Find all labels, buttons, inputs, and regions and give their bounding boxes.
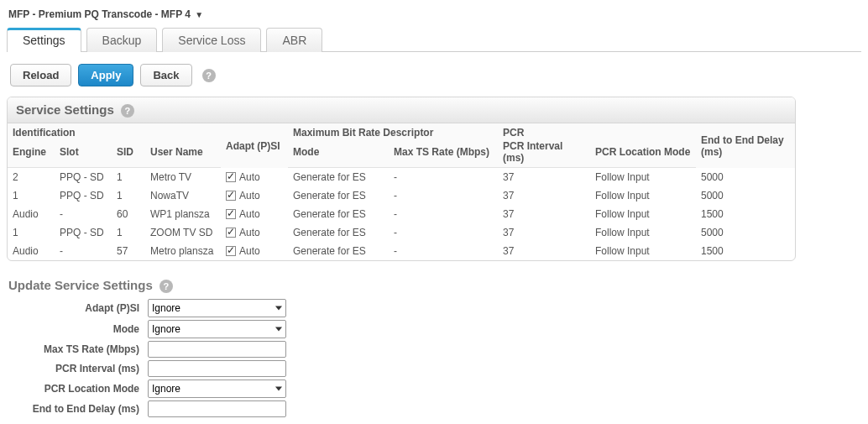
cell-pcr-loc-mode: Follow Input bbox=[590, 205, 696, 223]
cell-slot: PPQ - SD bbox=[55, 186, 112, 205]
th-identification: Identification bbox=[8, 123, 221, 140]
cell-engine: 2 bbox=[8, 168, 55, 187]
cell-max-ts-rate: - bbox=[389, 205, 498, 223]
update-title-text: Update Service Settings bbox=[8, 278, 153, 292]
th-max-ts-rate: Max TS Rate (Mbps) bbox=[389, 140, 498, 168]
auto-label: Auto bbox=[239, 208, 260, 220]
th-engine: Engine bbox=[8, 140, 55, 168]
th-slot: Slot bbox=[55, 140, 112, 168]
reload-button[interactable]: Reload bbox=[10, 64, 71, 86]
th-max-br-desc: Maximum Bit Rate Descriptor bbox=[288, 123, 498, 140]
help-icon[interactable]: ? bbox=[159, 280, 173, 293]
cell-sid: 1 bbox=[112, 168, 145, 187]
label-e2e-delay: End to End Delay (ms) bbox=[7, 403, 148, 415]
breadcrumb[interactable]: MFP - Premium PQ Transcode - MFP 4 ▼ bbox=[7, 5, 861, 27]
cell-mode: Generate for ES bbox=[288, 186, 389, 205]
th-pcr-interval: PCR Interval (ms) bbox=[498, 140, 590, 168]
breadcrumb-text: MFP - Premium PQ Transcode - MFP 4 bbox=[8, 8, 191, 20]
table-row[interactable]: 2PPQ - SD1Metro TVAutoGenerate for ES-37… bbox=[8, 168, 795, 187]
label-pcr-interval: PCR Interval (ms) bbox=[7, 363, 148, 374]
cell-adapt-psi: Auto bbox=[221, 242, 288, 260]
cell-adapt-psi: Auto bbox=[221, 168, 288, 187]
cell-sid: 1 bbox=[112, 186, 145, 205]
panel-title: Service Settings ? bbox=[8, 97, 795, 123]
cell-pcr-loc-mode: Follow Input bbox=[590, 186, 696, 205]
cell-e2e-delay: 5000 bbox=[696, 186, 795, 205]
cell-pcr-interval: 37 bbox=[498, 186, 590, 205]
cell-mode: Generate for ES bbox=[288, 223, 389, 242]
apply-button[interactable]: Apply bbox=[78, 64, 133, 86]
help-icon[interactable]: ? bbox=[121, 104, 134, 118]
input-pcr-interval[interactable] bbox=[148, 360, 286, 377]
auto-label: Auto bbox=[239, 227, 260, 238]
cell-max-ts-rate: - bbox=[389, 242, 498, 260]
service-settings-table: Identification Adapt (P)SI Maximum Bit R… bbox=[8, 123, 795, 260]
cell-adapt-psi: Auto bbox=[221, 205, 288, 223]
cell-max-ts-rate: - bbox=[389, 223, 498, 242]
cell-slot: - bbox=[55, 242, 112, 260]
auto-label: Auto bbox=[239, 171, 260, 183]
cell-user-name: WP1 plansza bbox=[145, 205, 221, 223]
cell-user-name: ZOOM TV SD bbox=[145, 223, 221, 242]
cell-e2e-delay: 1500 bbox=[696, 205, 795, 223]
cell-e2e-delay: 5000 bbox=[696, 168, 795, 187]
cell-pcr-loc-mode: Follow Input bbox=[590, 242, 696, 260]
input-e2e-delay[interactable] bbox=[148, 400, 286, 417]
cell-pcr-interval: 37 bbox=[498, 242, 590, 260]
tab-backup[interactable]: Backup bbox=[86, 28, 158, 52]
cell-adapt-psi: Auto bbox=[221, 223, 288, 242]
cell-user-name: NowaTV bbox=[145, 186, 221, 205]
table-row[interactable]: Audio-57Metro planszaAutoGenerate for ES… bbox=[8, 242, 795, 260]
table-row[interactable]: Audio-60WP1 planszaAutoGenerate for ES-3… bbox=[8, 205, 795, 223]
th-adapt-psi: Adapt (P)SI bbox=[221, 123, 288, 168]
cell-pcr-loc-mode: Follow Input bbox=[590, 223, 696, 242]
update-service-settings-section: Update Service Settings ? Adapt (P)SI Ig… bbox=[7, 275, 861, 424]
th-mode: Mode bbox=[288, 140, 389, 168]
cell-slot: PPQ - SD bbox=[55, 168, 112, 187]
cell-mode: Generate for ES bbox=[288, 205, 389, 223]
label-max-ts-rate: Max TS Rate (Mbps) bbox=[7, 343, 148, 355]
checkbox-adapt-psi[interactable] bbox=[226, 228, 236, 238]
select-adapt-psi[interactable]: Ignore bbox=[148, 299, 286, 317]
help-icon[interactable]: ? bbox=[202, 69, 216, 82]
th-user-name: User Name bbox=[145, 140, 221, 168]
label-adapt-psi: Adapt (P)SI bbox=[7, 302, 148, 314]
cell-e2e-delay: 5000 bbox=[696, 223, 795, 242]
label-mode: Mode bbox=[7, 323, 148, 335]
select-mode[interactable]: Ignore bbox=[148, 320, 286, 338]
chevron-down-icon: ▼ bbox=[195, 10, 203, 19]
th-pcr-loc-mode: PCR Location Mode bbox=[590, 140, 696, 168]
table-row[interactable]: 1PPQ - SD1NowaTVAutoGenerate for ES-37Fo… bbox=[8, 186, 795, 205]
cell-slot: - bbox=[55, 205, 112, 223]
checkbox-adapt-psi[interactable] bbox=[226, 246, 236, 256]
cell-user-name: Metro TV bbox=[145, 168, 221, 187]
cell-slot: PPQ - SD bbox=[55, 223, 112, 242]
checkbox-adapt-psi[interactable] bbox=[226, 172, 236, 182]
toolbar: Reload Apply Back ? bbox=[7, 52, 861, 93]
select-pcr-loc-mode[interactable]: Ignore bbox=[148, 380, 286, 398]
cell-engine: Audio bbox=[8, 242, 55, 260]
th-sid: SID bbox=[112, 140, 145, 168]
cell-max-ts-rate: - bbox=[389, 186, 498, 205]
table-row[interactable]: 1PPQ - SD1ZOOM TV SDAutoGenerate for ES-… bbox=[8, 223, 795, 242]
tab-abr[interactable]: ABR bbox=[266, 28, 322, 52]
service-settings-panel: Service Settings ? Identification Adapt … bbox=[7, 97, 796, 261]
cell-sid: 57 bbox=[112, 242, 145, 260]
service-settings-tbody: 2PPQ - SD1Metro TVAutoGenerate for ES-37… bbox=[8, 168, 795, 261]
cell-user-name: Metro plansza bbox=[145, 242, 221, 260]
back-button[interactable]: Back bbox=[140, 64, 191, 86]
checkbox-adapt-psi[interactable] bbox=[226, 191, 236, 201]
cell-max-ts-rate: - bbox=[389, 168, 498, 187]
cell-sid: 1 bbox=[112, 223, 145, 242]
panel-title-text: Service Settings bbox=[16, 102, 114, 117]
checkbox-adapt-psi[interactable] bbox=[226, 209, 236, 219]
cell-pcr-loc-mode: Follow Input bbox=[590, 168, 696, 187]
input-max-ts-rate[interactable] bbox=[148, 341, 286, 358]
auto-label: Auto bbox=[239, 245, 260, 257]
update-title: Update Service Settings ? bbox=[7, 275, 861, 296]
tab-settings[interactable]: Settings bbox=[7, 28, 81, 52]
auto-label: Auto bbox=[239, 190, 260, 202]
cell-sid: 60 bbox=[112, 205, 145, 223]
cell-engine: Audio bbox=[8, 205, 55, 223]
tab-service-loss[interactable]: Service Loss bbox=[162, 28, 261, 52]
